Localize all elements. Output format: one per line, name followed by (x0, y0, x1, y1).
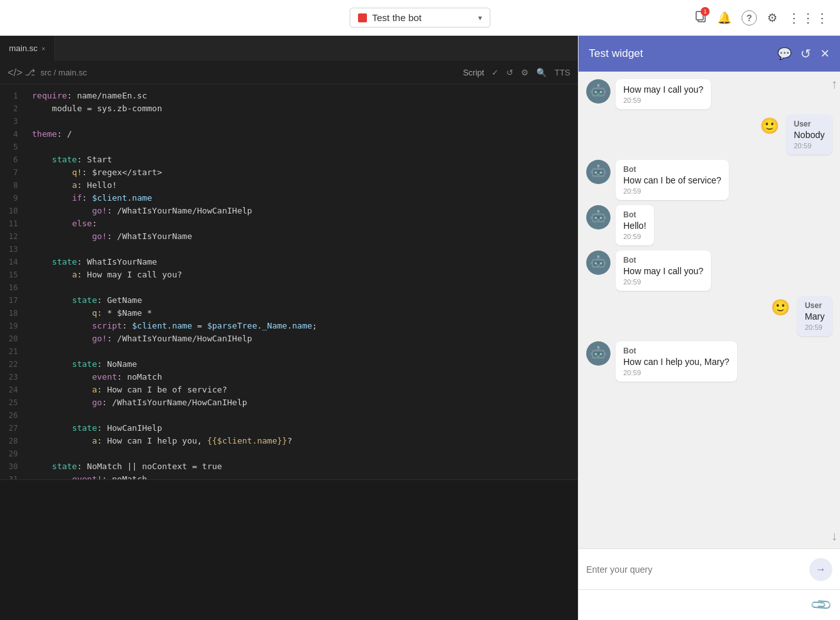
copy-icon[interactable]: 1 (694, 10, 707, 26)
settings-icon[interactable]: ⚙ (521, 68, 529, 77)
bell-icon[interactable]: 🔔 (717, 11, 731, 25)
grid-icon[interactable]: ⋮⋮⋮ (788, 10, 830, 26)
message-text: How may I call you? (623, 266, 703, 276)
message-row: UserNobody20:59🙂 (586, 114, 832, 155)
message-row: BotHow may I call you?20:59 (586, 251, 832, 291)
code-line (32, 115, 578, 128)
chevron-down-icon: ▾ (478, 13, 482, 22)
code-line: state: NoName (32, 358, 578, 371)
chat-panel: Test widget 💬 ↺ ✕ ↑ H (578, 36, 840, 620)
branch-icon: ⎇ (25, 67, 35, 79)
code-line: go: /WhatIsYourName/HowCanIHelp (32, 396, 578, 409)
bot-message-bubble: BotHello!20:59 (616, 205, 654, 245)
svg-point-17 (598, 165, 600, 167)
line-number: 11 (0, 217, 22, 230)
code-line: a: How may I call you? (32, 268, 578, 281)
scroll-down-button[interactable]: ↓ (831, 529, 837, 543)
code-line: event!: noMatch (32, 473, 578, 479)
send-button[interactable]: → (809, 558, 832, 581)
svg-point-13 (595, 171, 597, 174)
line-number: 22 (0, 358, 22, 371)
code-editor[interactable]: 1234567▶891011121314▶151617181920212223▶… (0, 84, 578, 479)
svg-rect-42 (597, 355, 600, 357)
code-line: go!: /WhatIsYourName (32, 230, 578, 243)
bot-avatar (586, 251, 611, 275)
svg-point-35 (598, 256, 600, 258)
svg-rect-46 (605, 352, 606, 355)
message-sender: Bot (623, 346, 729, 355)
user-message-bubble: UserMary20:59 (797, 296, 832, 336)
chat-scroll-container: ↑ How may I call you?20:59UserNobody20:5… (579, 72, 840, 548)
message-time: 20:59 (623, 187, 721, 195)
line-number: 3 (0, 115, 22, 128)
chat-input[interactable] (586, 564, 804, 575)
line-number: ▶15 (0, 268, 22, 281)
red-square-icon (358, 13, 367, 22)
svg-point-23 (600, 217, 602, 219)
line-number: 26 (0, 409, 22, 422)
main-sc-tab[interactable]: main.sc × (0, 36, 55, 61)
line-number: ▶8 (0, 179, 22, 192)
message-time: 20:59 (623, 369, 729, 376)
line-number: 5 (0, 141, 22, 153)
chat-icon[interactable]: 💬 (777, 47, 791, 61)
svg-point-31 (595, 262, 597, 265)
attach-icon[interactable]: 📎 (809, 593, 833, 617)
user-avatar: 🙂 (758, 114, 781, 137)
bot-message-bubble: BotHow may I call you?20:59 (616, 251, 711, 291)
undo-icon[interactable]: ↺ (506, 68, 513, 77)
svg-point-5 (600, 91, 602, 93)
line-number: 18 (0, 307, 22, 320)
svg-point-22 (595, 217, 597, 219)
settings-icon[interactable]: ⚙ (767, 11, 777, 25)
help-icon[interactable]: ? (742, 10, 757, 26)
bot-avatar (586, 341, 611, 366)
svg-point-32 (600, 262, 602, 265)
line-numbers: 1234567▶891011121314▶151617181920212223▶… (0, 84, 27, 479)
svg-rect-18 (591, 171, 592, 174)
code-content: require: name/nameEn.sc module = sys.zb-… (27, 84, 578, 479)
user-message-bubble: UserNobody20:59 (786, 114, 832, 155)
line-number: 28 (0, 435, 22, 447)
code-line (32, 281, 578, 294)
svg-point-40 (595, 353, 597, 355)
message-text: Nobody (794, 130, 825, 140)
editor-area: main.sc × </> ⎇ src / main.sc Script ✓ ↺… (0, 36, 578, 620)
line-number: 25 (0, 396, 22, 409)
user-avatar: 🙂 (769, 296, 792, 319)
chat-header: Test widget 💬 ↺ ✕ (579, 36, 840, 72)
message-time: 20:59 (805, 323, 825, 331)
code-line: state: HowCanIHelp (32, 422, 578, 435)
search-icon[interactable]: 🔍 (536, 68, 547, 77)
topbar-right: 1 🔔 ? ⚙ ⋮⋮⋮ (557, 10, 830, 26)
refresh-icon[interactable]: ↺ (800, 46, 811, 61)
message-text: Hello! (623, 221, 646, 231)
svg-rect-24 (597, 219, 600, 221)
line-number: 4 (0, 128, 22, 141)
script-label: Script (463, 68, 484, 77)
svg-rect-27 (591, 216, 592, 219)
code-line (32, 141, 578, 153)
message-text: How can I be of service? (623, 175, 721, 185)
svg-point-14 (600, 171, 602, 174)
code-line: q: * $Name * (32, 307, 578, 320)
check-icon[interactable]: ✓ (492, 68, 499, 77)
close-tab-icon[interactable]: × (42, 45, 45, 52)
svg-point-44 (598, 346, 600, 348)
filepath-bar: </> ⎇ src / main.sc Script ✓ ↺ ⚙ 🔍 TTS (0, 61, 578, 84)
line-number: 13 (0, 243, 22, 256)
filepath-text: src / main.sc (40, 68, 87, 77)
tts-label[interactable]: TTS (554, 68, 570, 77)
scroll-up-button[interactable]: ↑ (831, 77, 837, 91)
line-number: 6 (0, 153, 22, 166)
message-sender: User (805, 301, 825, 310)
bot-avatar (586, 160, 611, 184)
svg-rect-28 (605, 216, 606, 219)
close-chat-icon[interactable]: ✕ (820, 47, 830, 61)
line-number: 16 (0, 281, 22, 294)
message-time: 20:59 (794, 142, 825, 150)
filepath-right: Script ✓ ↺ ⚙ 🔍 TTS (463, 68, 570, 77)
test-bot-label: Test the bot (372, 12, 422, 23)
message-sender: Bot (623, 256, 703, 265)
test-bot-button[interactable]: Test the bot ▾ (350, 8, 490, 27)
